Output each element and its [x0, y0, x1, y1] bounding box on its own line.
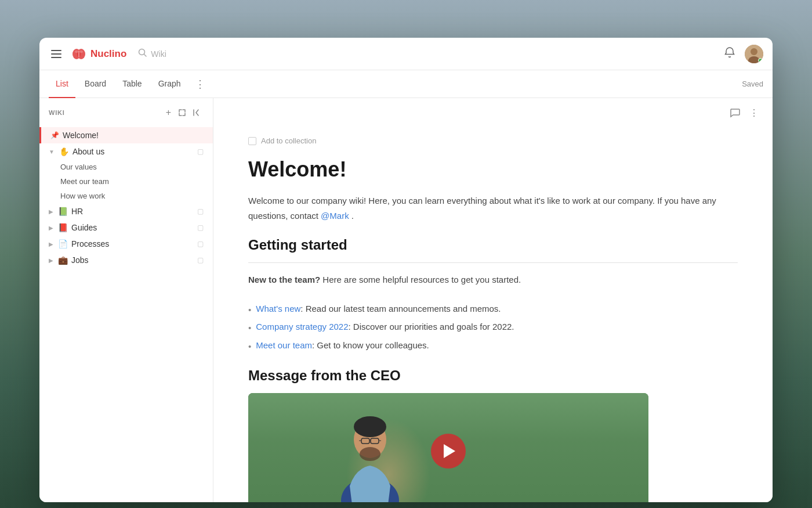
- logo-text: Nuclino: [90, 48, 126, 60]
- list-item: • What's new: Read our latest team annou…: [248, 301, 738, 318]
- saved-status: Saved: [742, 80, 763, 88]
- list-item: • Meet our team: Get to know your collea…: [248, 338, 738, 354]
- content-area: Add to collection Welcome! Welcome to ou…: [213, 123, 773, 502]
- item-checkbox[interactable]: ▢: [197, 207, 204, 215]
- sidebar-header: WIKI +: [39, 98, 213, 127]
- svg-rect-2: [51, 57, 61, 58]
- sidebar-item-label: Welcome!: [63, 131, 204, 140]
- sidebar-subitem-how-we-work[interactable]: How we work: [56, 189, 213, 203]
- sidebar-subitem-meet-our-team[interactable]: Meet our team: [56, 174, 213, 189]
- item-emoji: 📗: [58, 207, 68, 216]
- tab-more-button[interactable]: ⋮: [190, 78, 210, 91]
- list-item: • Company strategy 2022: Discover our pr…: [248, 319, 738, 336]
- svg-rect-1: [51, 53, 61, 55]
- bullet-item-text: : Read our latest team announcements and…: [300, 304, 501, 314]
- subitem-label: Our values: [60, 163, 97, 171]
- svg-point-11: [751, 48, 757, 55]
- svg-rect-5: [78, 51, 79, 57]
- about-us-subitems: Our values Meet our team How we work: [39, 160, 213, 203]
- company-strategy-link[interactable]: Company strategy 2022: [256, 322, 348, 332]
- comments-icon[interactable]: [727, 105, 742, 123]
- content-actions-bar: ⋮: [213, 98, 773, 123]
- bullet-list: • What's new: Read our latest team annou…: [248, 301, 738, 354]
- svg-line-9: [144, 55, 147, 57]
- item-emoji: ✋: [59, 147, 69, 156]
- sidebar-item-about-us[interactable]: ▼ ✋ About us ▢: [39, 143, 213, 160]
- pin-icon: 📌: [50, 131, 59, 139]
- subitem-label: How we work: [60, 192, 105, 200]
- add-to-collection-bar[interactable]: Add to collection: [248, 136, 738, 145]
- main-area: WIKI +: [39, 98, 773, 502]
- bullet-item-text: : Get to know your colleagues.: [312, 340, 429, 350]
- more-options-icon[interactable]: ⋮: [747, 105, 761, 123]
- item-emoji: 💼: [58, 255, 68, 265]
- notification-bell-icon[interactable]: [724, 46, 735, 61]
- intro-text: Welcome to our company wiki! Here, you c…: [248, 196, 716, 221]
- item-checkbox[interactable]: ▢: [197, 147, 204, 156]
- page-title: Welcome!: [248, 157, 738, 182]
- sidebar-item-guides[interactable]: ▶ 📕 Guides ▢: [39, 219, 213, 236]
- sidebar-item-welcome[interactable]: 📌 Welcome!: [39, 127, 213, 143]
- meet-our-team-link[interactable]: Meet our team: [256, 340, 312, 350]
- chevron-right-icon: ▶: [49, 241, 53, 247]
- sidebar-item-label: HR: [71, 207, 194, 216]
- item-emoji: 📕: [58, 223, 68, 232]
- tab-board[interactable]: Board: [78, 70, 113, 98]
- tab-bar: List Board Table Graph ⋮ Saved: [39, 70, 773, 98]
- add-item-button[interactable]: +: [164, 105, 173, 120]
- item-checkbox[interactable]: ▢: [197, 224, 204, 232]
- expand-button[interactable]: [176, 106, 188, 119]
- tab-list[interactable]: List: [49, 70, 75, 98]
- collection-checkbox[interactable]: [248, 137, 256, 145]
- play-icon: [444, 444, 455, 458]
- intro-paragraph: Welcome to our company wiki! Here, you c…: [248, 193, 738, 223]
- collapse-sidebar-button[interactable]: [191, 106, 204, 119]
- play-button[interactable]: [431, 434, 466, 469]
- online-indicator: [758, 58, 763, 63]
- bullet-item-text: : Discover our priorities and goals for …: [349, 322, 514, 332]
- search-icon: [138, 48, 147, 59]
- item-checkbox[interactable]: ▢: [197, 240, 204, 248]
- new-to-team-bold: New to the team?: [248, 275, 320, 284]
- tab-graph[interactable]: Graph: [151, 70, 188, 98]
- sidebar-item-processes[interactable]: ▶ 📄 Processes ▢: [39, 236, 213, 252]
- sidebar-item-hr[interactable]: ▶ 📗 HR ▢: [39, 203, 213, 219]
- video-overlay: [248, 393, 648, 502]
- hamburger-button[interactable]: [49, 48, 64, 60]
- search-placeholder: Wiki: [151, 49, 166, 59]
- new-to-team-rest: Here are some helpful resources to get y…: [322, 275, 521, 284]
- sidebar-item-label: Processes: [71, 239, 194, 248]
- chevron-right-icon: ▶: [49, 257, 53, 264]
- sidebar-subitem-our-values[interactable]: Our values: [56, 160, 213, 174]
- sidebar-item-label: About us: [72, 147, 194, 156]
- topbar-right: [724, 45, 763, 63]
- search-bar[interactable]: Wiki: [138, 48, 717, 59]
- bullet-icon: •: [248, 320, 251, 336]
- sidebar-section-title: WIKI: [49, 109, 159, 116]
- subitem-label: Meet our team: [60, 177, 109, 186]
- ceo-section-heading: Message from the CEO: [248, 368, 738, 384]
- getting-started-heading: Getting started: [248, 237, 738, 253]
- chevron-right-icon: ▶: [49, 225, 53, 231]
- sidebar: WIKI +: [39, 98, 213, 502]
- svg-point-7: [79, 51, 83, 53]
- logo: Nuclino: [71, 46, 126, 62]
- bullet-icon: •: [248, 302, 251, 318]
- svg-rect-0: [51, 50, 61, 51]
- item-emoji: 📄: [58, 239, 68, 248]
- sidebar-item-label: Jobs: [71, 255, 194, 265]
- sidebar-item-label: Guides: [71, 223, 194, 232]
- ceo-video[interactable]: [248, 393, 648, 502]
- add-to-collection-label: Add to collection: [261, 136, 316, 145]
- tab-table[interactable]: Table: [115, 70, 148, 98]
- mention-link[interactable]: @Mark: [321, 211, 349, 221]
- item-checkbox[interactable]: ▢: [197, 256, 204, 264]
- svg-point-6: [75, 51, 78, 53]
- user-avatar[interactable]: [745, 45, 763, 63]
- section-divider: [248, 262, 738, 263]
- sidebar-item-jobs[interactable]: ▶ 💼 Jobs ▢: [39, 252, 213, 268]
- whats-new-link[interactable]: What's new: [256, 304, 300, 314]
- bullet-icon: •: [248, 339, 251, 354]
- chevron-down-icon: ▼: [49, 149, 55, 155]
- new-to-team-para: New to the team? Here are some helpful r…: [248, 272, 738, 287]
